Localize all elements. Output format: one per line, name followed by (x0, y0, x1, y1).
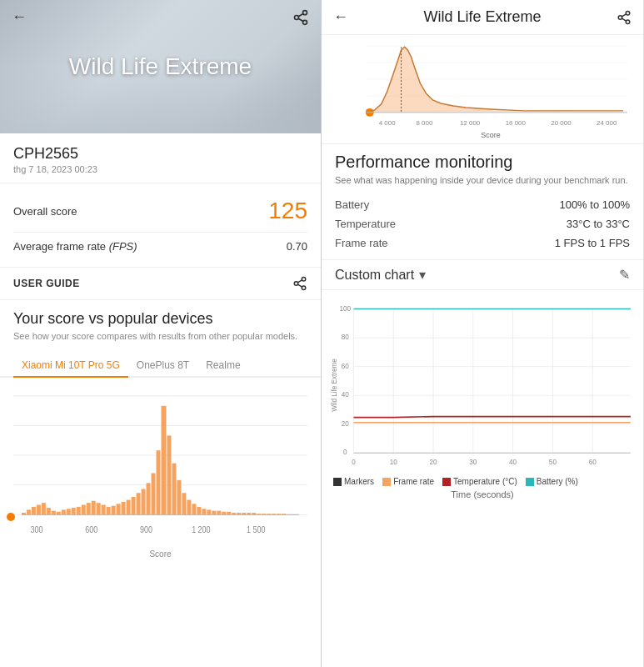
svg-rect-19 (42, 504, 46, 515)
svg-text:60: 60 (342, 363, 350, 370)
device-section: CPH2565 thg 7 18, 2023 00:23 (0, 133, 321, 183)
svg-text:24 000: 24 000 (597, 119, 617, 127)
svg-rect-40 (147, 484, 151, 515)
avg-fps-label: Average frame rate (FPS) (13, 240, 137, 253)
svg-rect-37 (132, 497, 136, 514)
svg-rect-46 (177, 480, 181, 515)
svg-text:16 000: 16 000 (506, 119, 527, 127)
user-guide-share-icon (292, 276, 307, 291)
avg-fps-value: 0.70 (287, 240, 307, 253)
right-panel: ← Wild Life Extreme 4 000 8 000 12 (322, 0, 643, 667)
svg-text:40: 40 (342, 392, 350, 399)
svg-rect-41 (152, 474, 156, 515)
tab-xiaomi[interactable]: Xiaomi Mi 10T Pro 5G (13, 354, 128, 378)
svg-text:600: 600 (85, 524, 97, 534)
vs-title: Your score vs popular devices (13, 310, 307, 328)
svg-text:4 000: 4 000 (379, 119, 396, 127)
svg-text:0: 0 (343, 449, 347, 457)
svg-rect-23 (62, 510, 66, 515)
perf-row-temperature: Temperature 33°C to 33°C (335, 214, 630, 233)
custom-chart-row[interactable]: Custom chart ▾ ✎ (322, 259, 643, 290)
framerate-value: 1 FPS to 1 FPS (555, 237, 630, 249)
right-top-bar: ← Wild Life Extreme (322, 0, 643, 35)
left-share-button[interactable] (292, 8, 309, 26)
overall-score-label: Overall score (13, 205, 77, 218)
legend-framerate-label: Frame rate (393, 477, 434, 486)
perf-row-battery: Battery 100% to 100% (335, 195, 630, 214)
svg-rect-48 (187, 500, 191, 515)
svg-text:10: 10 (390, 459, 398, 466)
svg-rect-28 (87, 504, 91, 515)
framerate-label: Frame rate (335, 237, 388, 249)
temperature-value: 33°C to 33°C (567, 218, 630, 230)
svg-rect-52 (207, 510, 211, 515)
legend-framerate-dot (382, 478, 391, 486)
svg-text:30: 30 (469, 459, 477, 466)
svg-rect-42 (157, 451, 161, 515)
custom-chart-label: Custom chart (335, 268, 414, 283)
user-guide-row[interactable]: USER GUIDE (0, 268, 321, 300)
svg-line-9 (297, 280, 302, 283)
svg-text:900: 900 (140, 524, 152, 534)
left-chart-x-label: Score (13, 549, 307, 559)
svg-text:Score: Score (481, 131, 500, 139)
svg-rect-18 (37, 505, 41, 515)
svg-rect-38 (137, 494, 141, 515)
tab-oneplus[interactable]: OnePlus 8T (128, 354, 197, 376)
legend-temperature: Temperature (°C) (442, 477, 517, 486)
svg-rect-32 (107, 507, 111, 515)
svg-text:50: 50 (549, 459, 557, 466)
svg-rect-30 (97, 504, 101, 515)
svg-text:100: 100 (340, 305, 352, 313)
left-bar-chart-area: 300 600 900 1 200 1 500 Score (0, 378, 321, 544)
svg-text:80: 80 (342, 334, 350, 341)
svg-rect-20 (47, 508, 51, 514)
svg-rect-53 (212, 511, 216, 515)
perf-section: Performance monitoring See what was happ… (322, 143, 643, 259)
svg-rect-25 (72, 508, 76, 514)
svg-line-77 (622, 18, 626, 21)
legend-markers-label: Markers (344, 477, 374, 486)
svg-rect-31 (102, 505, 106, 515)
right-back-button[interactable]: ← (333, 8, 348, 26)
svg-rect-54 (217, 511, 221, 515)
svg-line-4 (298, 13, 303, 16)
svg-rect-29 (92, 501, 96, 515)
overall-score-value: 125 (268, 198, 307, 224)
right-title: Wild Life Extreme (423, 8, 541, 26)
svg-rect-43 (161, 406, 166, 515)
svg-rect-33 (112, 506, 116, 515)
legend-battery-label: Battery (%) (537, 477, 578, 486)
svg-rect-35 (122, 502, 126, 514)
overall-score-row: Overall score 125 (13, 193, 307, 228)
svg-text:300: 300 (30, 524, 42, 534)
left-panel: ← Wild Life Extreme CPH2565 thg 7 18, 20… (0, 0, 322, 667)
svg-rect-24 (67, 509, 71, 515)
svg-rect-17 (32, 507, 36, 515)
left-bar-chart: 300 600 900 1 200 1 500 (13, 386, 307, 544)
user-guide-label: USER GUIDE (13, 278, 80, 289)
hero-title: Wild Life Extreme (69, 53, 252, 80)
svg-text:1 200: 1 200 (192, 524, 211, 534)
svg-rect-27 (82, 505, 86, 515)
perf-row-framerate: Frame rate 1 FPS to 1 FPS (335, 233, 630, 253)
right-share-button[interactable] (617, 10, 632, 25)
svg-rect-26 (77, 507, 81, 515)
vs-subtitle: See how your score compares with results… (13, 330, 307, 343)
battery-value: 100% to 100% (559, 198, 630, 211)
svg-rect-34 (117, 504, 121, 515)
edit-chart-icon[interactable]: ✎ (619, 267, 630, 283)
custom-chart-select[interactable]: Custom chart ▾ (335, 267, 619, 283)
battery-label: Battery (335, 198, 369, 211)
svg-text:1 500: 1 500 (247, 524, 266, 534)
svg-rect-36 (127, 500, 131, 515)
scores-section: Overall score 125 Average frame rate (FP… (0, 183, 321, 268)
svg-text:12 000: 12 000 (460, 119, 481, 127)
legend-framerate: Frame rate (382, 477, 434, 486)
svg-rect-44 (167, 436, 171, 515)
legend-temperature-label: Temperature (°C) (453, 477, 517, 486)
tab-realme[interactable]: Realme (197, 354, 248, 376)
svg-rect-45 (172, 464, 176, 515)
score-dist-svg: 4 000 8 000 12 000 16 000 20 000 24 000 … (333, 40, 632, 143)
left-back-button[interactable]: ← (12, 8, 27, 26)
